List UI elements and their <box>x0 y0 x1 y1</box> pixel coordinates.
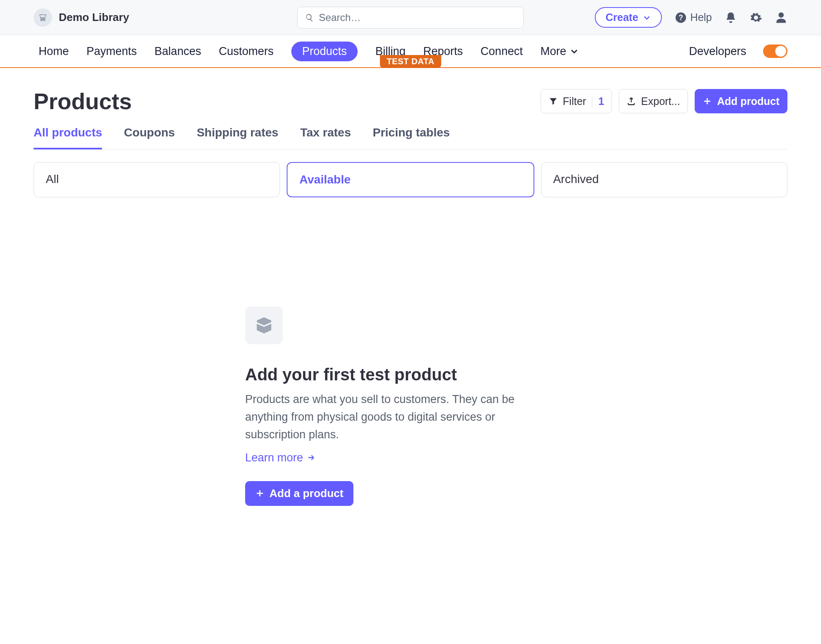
filter-button[interactable]: Filter 1 <box>541 89 612 113</box>
svg-text:?: ? <box>678 13 683 22</box>
plus-icon <box>255 489 264 498</box>
box-icon <box>254 316 274 335</box>
create-button[interactable]: Create <box>595 7 662 28</box>
filter-icon <box>549 97 558 106</box>
filter-label: Filter <box>563 95 586 107</box>
empty-state-description: Products are what you sell to customers.… <box>245 391 547 444</box>
product-subtabs: All products Coupons Shipping rates Tax … <box>34 126 787 149</box>
topbar: Demo Library Create ? Help <box>0 0 821 35</box>
filter-count: 1 <box>592 95 604 107</box>
plus-icon <box>703 97 712 106</box>
create-button-label: Create <box>606 11 638 24</box>
nav-connect[interactable]: Connect <box>481 42 523 60</box>
subtab-shipping-rates[interactable]: Shipping rates <box>197 126 278 149</box>
account-name: Demo Library <box>59 11 129 24</box>
nav-payments[interactable]: Payments <box>86 42 137 60</box>
primary-nav: Home Payments Balances Customers Product… <box>0 35 821 68</box>
add-a-product-label: Add a product <box>269 487 343 500</box>
chevron-down-icon <box>643 13 651 22</box>
search-input[interactable] <box>319 12 516 24</box>
learn-more-link[interactable]: Learn more <box>245 451 316 464</box>
notifications-icon[interactable] <box>724 11 737 24</box>
add-product-label: Add product <box>717 95 779 107</box>
settings-icon[interactable] <box>750 11 762 24</box>
status-filter-row: All Available Archived <box>34 162 787 197</box>
add-a-product-button[interactable]: Add a product <box>245 481 353 506</box>
empty-state: Add your first test product Products are… <box>245 306 547 506</box>
subtab-coupons[interactable]: Coupons <box>124 126 175 149</box>
arrow-right-icon <box>306 453 316 462</box>
account-logo <box>34 8 52 27</box>
nav-balances[interactable]: Balances <box>154 42 201 60</box>
test-data-badge: TEST DATA <box>380 55 441 68</box>
status-filter-all[interactable]: All <box>34 162 280 197</box>
status-filter-archived[interactable]: Archived <box>541 162 787 197</box>
nav-products[interactable]: Products <box>291 42 358 61</box>
subtab-pricing-tables[interactable]: Pricing tables <box>373 126 450 149</box>
nav-developers[interactable]: Developers <box>689 45 746 58</box>
learn-more-label: Learn more <box>245 451 303 464</box>
page-content: Products Filter 1 Export... Add product … <box>0 68 821 539</box>
store-icon <box>38 13 48 23</box>
user-icon[interactable] <box>775 11 787 24</box>
help-icon: ? <box>675 11 687 24</box>
page-title: Products <box>34 88 132 114</box>
nav-home[interactable]: Home <box>39 42 69 60</box>
empty-state-icon-box <box>245 306 283 344</box>
account-switcher[interactable]: Demo Library <box>34 8 129 27</box>
nav-more[interactable]: More <box>540 42 579 60</box>
page-header: Products Filter 1 Export... Add product <box>34 88 787 114</box>
add-product-button[interactable]: Add product <box>695 89 787 113</box>
chevron-down-icon <box>570 47 579 56</box>
status-filter-available[interactable]: Available <box>287 162 534 197</box>
subtab-tax-rates[interactable]: Tax rates <box>300 126 351 149</box>
export-button[interactable]: Export... <box>619 89 688 113</box>
empty-state-title: Add your first test product <box>245 365 547 384</box>
help-button[interactable]: ? Help <box>675 11 712 24</box>
subtab-all-products[interactable]: All products <box>34 126 102 149</box>
export-label: Export... <box>641 95 680 107</box>
test-mode-toggle[interactable] <box>763 45 787 58</box>
global-search[interactable] <box>297 7 524 29</box>
search-icon <box>305 13 314 22</box>
nav-customers[interactable]: Customers <box>219 42 274 60</box>
help-label: Help <box>690 11 712 24</box>
export-icon <box>627 97 636 106</box>
